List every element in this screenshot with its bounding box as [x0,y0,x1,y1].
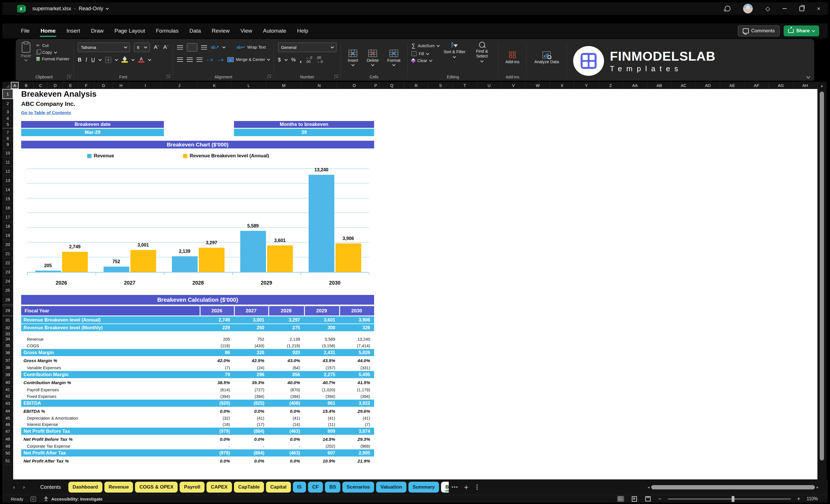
fiscal-year-header-row[interactable]: Fiscal Year 2026 2027 2028 2029 2030 [21,306,374,315]
calc-cell[interactable]: (727) [234,387,268,392]
months-to-breakeven-value[interactable]: 39 [234,129,374,136]
row-header-12[interactable]: 12 [2,167,13,176]
chevron-down-icon[interactable] [131,58,134,61]
wrap-text-button[interactable]: ab↩Wrap Text [236,44,266,50]
column-header-l[interactable]: L [232,82,266,89]
sheet-title[interactable]: Breakeven Analysis [21,90,97,99]
sheet-tab-capex[interactable]: CAPEX [206,482,232,493]
column-header-i[interactable]: I [129,82,162,89]
calc-cell[interactable]: 0.0% [200,459,234,464]
calc-cell[interactable]: 920 [268,350,304,355]
autosum-button[interactable]: ∑AutoSum [412,43,439,49]
row-header-20[interactable]: 20 [2,240,13,249]
column-header-ag[interactable]: AG [769,82,793,89]
dialog-launcher-icon[interactable]: ↘ [167,75,171,79]
row-header-17[interactable]: 17 [2,213,13,222]
row-header-40[interactable]: 40 [2,379,13,386]
calc-table-title[interactable]: Breakeven Calculation ($'000) [21,295,374,305]
format-painter-button[interactable]: Format Painter [36,57,69,61]
column-header-j[interactable]: J [162,82,197,89]
row-header-46[interactable]: 46 [2,421,13,428]
column-header-m[interactable]: M [266,82,302,89]
row-header-11[interactable]: 11 [2,158,13,167]
chevron-down-icon[interactable] [284,58,287,61]
row-header-19[interactable]: 19 [2,231,13,240]
breakeven-date-label[interactable]: Breakeven date [21,121,164,128]
calc-row-label[interactable]: Net Profit Before Tax % [21,437,200,442]
cut-button[interactable]: ✂Cut [36,43,69,48]
new-sheet-button[interactable]: + [464,483,469,492]
column-header-f[interactable]: F [78,82,94,89]
zoom-slider[interactable] [668,499,791,499]
calc-cell[interactable]: (7) [200,366,234,370]
row-header-47[interactable]: 47 [2,428,13,435]
row-header-1[interactable]: 1 [2,89,13,99]
sheet-tab-is[interactable]: IS [293,482,306,493]
chevron-down-icon[interactable] [105,7,109,10]
align-top-icon[interactable] [177,45,183,50]
chevron-down-icon[interactable] [115,58,118,61]
select-all-corner[interactable] [2,82,11,89]
sheet-tab-revenue[interactable]: Revenue [104,482,133,493]
chart-bar-revenue-breakeven-level-annual[interactable] [336,244,361,272]
breakeven-date-value[interactable]: Mar-29 [21,129,164,136]
calc-cell[interactable]: 40.0% [268,380,304,385]
calc-cell[interactable]: (18) [200,422,234,427]
font-name-select[interactable]: Tahoma [78,43,130,52]
calc-cell[interactable]: 0.0% [268,437,304,442]
calc-row-label[interactable]: COGS [21,344,200,348]
restore-button[interactable] [799,6,804,11]
calc-cell[interactable]: 15.4% [304,409,339,414]
comma-format-icon[interactable]: , [300,56,302,64]
calc-cell[interactable]: (1,020) [304,387,339,392]
row-header-24[interactable]: 24 [2,277,13,286]
horizontal-scrollbar-thumb[interactable] [651,485,815,490]
legend-item-revenue[interactable]: Revenue [87,153,114,159]
row-header-23[interactable]: 23 [2,267,13,277]
percent-format-icon[interactable]: % [291,57,296,63]
chart-title[interactable]: Breakeven Chart ($'000) [21,141,374,149]
breakeven-chart[interactable]: 2052,7497523,0012,1393,2975,5893,60113,2… [27,169,369,273]
calc-cell[interactable]: 3,001 [234,317,268,323]
column-header-ad[interactable]: AD [696,82,720,89]
italic-button[interactable]: I [86,57,87,63]
calc-cell[interactable]: 13,240 [339,337,374,342]
horizontal-scrollbar[interactable]: ◂ ▸ [646,482,820,492]
chart-bar-revenue[interactable] [240,231,266,272]
calc-cell[interactable]: 10.9% [304,459,339,464]
delete-cells-button[interactable]: Delete [364,49,382,67]
more-sheets-icon[interactable]: ••• [452,484,458,490]
calc-cell[interactable]: 205 [200,337,234,342]
column-header-g[interactable]: G [94,82,113,89]
row-header-16[interactable]: 16 [2,203,13,213]
paste-button[interactable]: Paste [19,42,33,62]
year-header[interactable]: 2028 [268,306,304,315]
fill-color-icon[interactable] [122,57,128,63]
sheet-nav-prev-icon[interactable]: ‹ [13,484,15,490]
calc-row-label[interactable]: Payroll Expenses [21,387,200,392]
calc-cell[interactable]: (979) [200,450,234,456]
macro-record-icon[interactable] [31,497,36,501]
vertical-scrollbar-thumb[interactable] [820,92,824,461]
chart-bar-revenue[interactable] [103,266,129,272]
align-left-icon[interactable] [177,58,183,62]
calc-cell[interactable]: 44.0% [339,358,374,363]
calc-row-label[interactable]: Revenue Breakeven level (Monthly) [21,325,200,330]
calc-row-label[interactable]: Gross Margin [21,350,200,355]
row-header-41[interactable]: 41 [2,386,13,393]
row-header-2[interactable]: 2 [2,99,13,108]
chevron-down-icon[interactable] [148,58,151,61]
row-header-15[interactable]: 15 [2,194,13,203]
row-header-44[interactable]: 44 [2,407,13,415]
zoom-level[interactable]: 110% [806,496,818,501]
row-header-10[interactable]: 10 [2,149,13,158]
find-select-button[interactable]: Find & Select [470,42,494,62]
calc-cell[interactable]: 42.0% [200,358,234,363]
calc-cell[interactable]: (14) [268,422,304,427]
row-header-4[interactable]: 4 [2,116,13,121]
calc-row-label[interactable]: Depreciation & Amortization [21,416,200,420]
column-header-s[interactable]: S [428,82,453,89]
calc-row-label[interactable]: Revenue Breakeven level (Annual) [21,317,200,323]
collapse-ribbon-icon[interactable] [806,75,810,78]
column-header-q[interactable]: Q [380,82,404,89]
